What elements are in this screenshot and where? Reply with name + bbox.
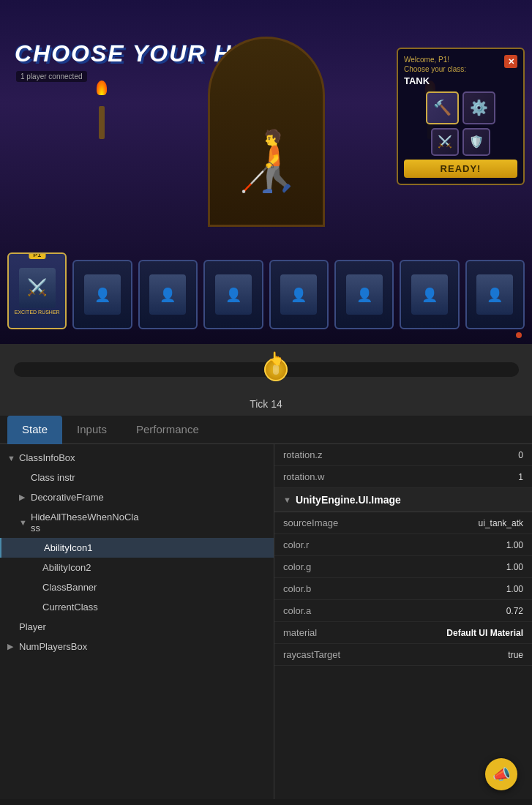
- prop-name-color-b: color.b: [283, 583, 506, 594]
- prop-name-rotation-w: rotation.w: [283, 471, 518, 482]
- class-icon-hammer[interactable]: 🔨: [426, 91, 459, 124]
- section-title-uiimage: UnityEngine.UI.Image: [296, 494, 401, 506]
- prop-value-rotation-z: 0: [518, 450, 523, 460]
- prop-row-rotation-z: rotation.z 0: [274, 444, 532, 466]
- char-icon-2: 👤: [149, 274, 186, 315]
- tab-state[interactable]: State: [7, 416, 62, 444]
- char-card-5[interactable]: 👤: [334, 260, 394, 329]
- status-indicator: [516, 332, 522, 338]
- timeline-slider-area: 👆: [0, 344, 532, 395]
- char-icon-0: ⚔️: [19, 268, 56, 308]
- char-icon-3: 👤: [215, 274, 252, 315]
- arrow-hideallthese: ▼: [19, 518, 28, 527]
- char-card-0[interactable]: P1 ⚔️ EXCITED RUSHER: [7, 252, 67, 329]
- prop-name-material: material: [283, 627, 446, 638]
- prop-row-rotation-w: rotation.w 1: [274, 466, 532, 488]
- tab-performance[interactable]: Performance: [121, 416, 214, 444]
- prop-value-sourceimage: ui_tank_atk: [479, 518, 523, 528]
- tree-item-decorativeframe[interactable]: ▶ DecorativeFrame: [0, 487, 274, 507]
- char-card-4[interactable]: 👤: [269, 260, 329, 329]
- prop-name-sourceimage: sourceImage: [283, 517, 479, 528]
- prop-row-color-r: color.r 1.00: [274, 534, 532, 556]
- arrow-numplayersbox: ▶: [7, 642, 16, 651]
- properties-panel: rotation.z 0 rotation.w 1 ▼ UnityEngine.…: [274, 444, 532, 799]
- close-button[interactable]: ✕: [504, 55, 517, 68]
- tree-label-abilityicon2: AbilityIcon2: [42, 562, 91, 573]
- prop-value-color-g: 1.00: [506, 562, 523, 572]
- sword-icon: ⚔️: [438, 135, 452, 149]
- torch-left: [95, 80, 108, 124]
- class-label: TANK: [404, 75, 466, 88]
- char-card-7[interactable]: 👤: [465, 260, 525, 329]
- char-icon-1: 👤: [84, 274, 121, 315]
- prop-row-color-a: color.a 0.72: [274, 600, 532, 622]
- tree-label-classinfobox: ClassInfoBox: [19, 452, 75, 463]
- welcome-text: Welcome, P1! Choose your class: TANK: [404, 55, 466, 88]
- tab-inputs[interactable]: Inputs: [62, 416, 121, 444]
- class-icon-shield[interactable]: 🛡️: [462, 128, 490, 156]
- class-icon-settings[interactable]: ⚙️: [462, 91, 495, 124]
- section-header-uiimage: ▼ UnityEngine.UI.Image: [274, 488, 532, 512]
- prop-name-color-a: color.a: [283, 605, 506, 616]
- prop-value-material: Default UI Material: [446, 628, 523, 638]
- prop-name-raycasttarget: raycastTarget: [283, 649, 508, 660]
- tree-label-classinstr: Class instr: [31, 472, 75, 483]
- tree-item-currentclass[interactable]: CurrentClass: [0, 597, 274, 617]
- tree-label-currentclass: CurrentClass: [42, 602, 98, 613]
- tree-item-abilityicon2[interactable]: AbilityIcon2: [0, 558, 274, 577]
- tree-item-player[interactable]: Player: [0, 617, 274, 637]
- char-card-2[interactable]: 👤: [138, 260, 198, 329]
- char-name-0: EXCITED RUSHER: [15, 310, 60, 315]
- tree-item-classbanner[interactable]: ClassBanner: [0, 577, 274, 597]
- player-status: 1 player connected: [16, 71, 87, 82]
- tree-label-decorativeframe: DecorativeFrame: [31, 492, 104, 503]
- game-viewport: CHOOSE YOUR HERO! 1 player connected 🧑‍🦯…: [0, 0, 532, 344]
- prop-value-color-a: 0.72: [506, 606, 523, 616]
- char-icon-7: 👤: [476, 274, 513, 315]
- arrow-decorativeframe: ▶: [19, 493, 28, 502]
- hero-character: 🧑‍🦯: [222, 95, 310, 227]
- tree-label-abilityicon1: AbilityIcon1: [44, 542, 92, 553]
- tree-item-numplayersbox[interactable]: ▶ NumPlayersBox: [0, 637, 274, 656]
- class-icon-sword[interactable]: ⚔️: [431, 128, 459, 156]
- gear-icon: ⚙️: [470, 99, 488, 116]
- megaphone-icon: 📣: [492, 765, 511, 783]
- tabs-bar: State Inputs Performance: [0, 416, 532, 444]
- char-card-6[interactable]: 👤: [400, 260, 459, 329]
- prop-value-color-b: 1.00: [506, 584, 523, 594]
- tree-item-abilityicon1[interactable]: AbilityIcon1: [0, 538, 274, 558]
- prop-row-raycasttarget: raycastTarget true: [274, 644, 532, 666]
- main-content: ▼ ClassInfoBox Class instr ▶ DecorativeF…: [0, 444, 532, 799]
- prop-name-color-g: color.g: [283, 561, 506, 572]
- prop-value-color-r: 1.00: [506, 540, 523, 550]
- tick-label: Tick 14: [0, 395, 532, 416]
- hammer-icon: 🔨: [433, 99, 452, 116]
- p1-badge: P1: [29, 252, 45, 259]
- ready-button[interactable]: READY!: [404, 160, 517, 178]
- tree-item-hideallthese[interactable]: ▼ HideAllTheseWhenNoClass: [0, 507, 274, 538]
- char-card-1[interactable]: 👤: [72, 260, 132, 329]
- notification-button[interactable]: 📣: [485, 758, 517, 790]
- class-selection-box: Welcome, P1! Choose your class: TANK ✕ 🔨…: [397, 48, 525, 185]
- tree-item-classinstr[interactable]: Class instr: [0, 468, 274, 487]
- prop-value-rotation-w: 1: [518, 472, 523, 482]
- tree-item-classinfobox[interactable]: ▼ ClassInfoBox: [0, 448, 274, 468]
- char-icon-4: 👤: [280, 274, 317, 315]
- prop-value-raycasttarget: true: [508, 650, 523, 660]
- prop-name-color-r: color.r: [283, 539, 506, 550]
- prop-row-color-b: color.b 1.00: [274, 578, 532, 600]
- timeline-thumb[interactable]: 👆: [264, 358, 288, 381]
- section-arrow-uiimage: ▼: [283, 495, 291, 504]
- character-selection-row: P1 ⚔️ EXCITED RUSHER 👤 👤 👤 👤 👤 👤: [7, 252, 525, 329]
- arrow-classinfobox: ▼: [7, 454, 16, 463]
- char-card-3[interactable]: 👤: [203, 260, 263, 329]
- cursor-icon: 👆: [268, 351, 284, 367]
- timeline-track[interactable]: 👆: [14, 362, 519, 377]
- tree-panel: ▼ ClassInfoBox Class instr ▶ DecorativeF…: [0, 444, 274, 799]
- tree-label-player: Player: [19, 621, 46, 632]
- char-icon-5: 👤: [346, 274, 383, 315]
- tree-label-hideallthese: HideAllTheseWhenNoClass: [31, 512, 138, 533]
- prop-row-sourceimage: sourceImage ui_tank_atk: [274, 512, 532, 534]
- tree-label-classbanner: ClassBanner: [42, 582, 97, 593]
- char-icon-6: 👤: [411, 274, 448, 315]
